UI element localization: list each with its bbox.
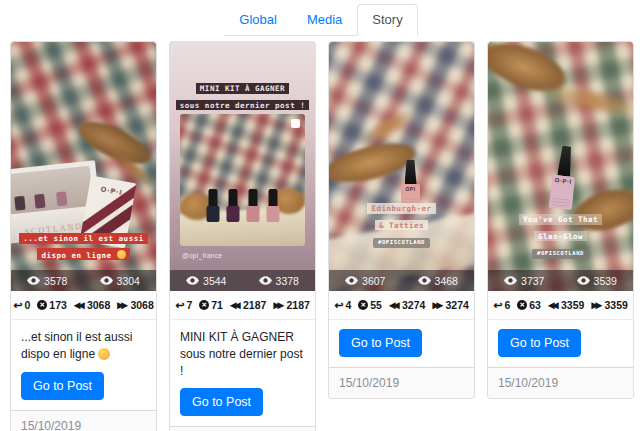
replies-stat: ↩0 (13, 299, 30, 311)
eye-icon (259, 276, 272, 285)
tab-nav: Global Media Story (224, 4, 417, 36)
story-attribution: @opi_france (182, 252, 222, 259)
story-date: 15/10/2019 (329, 367, 474, 398)
replies-stat: ↩7 (175, 299, 192, 311)
double-arrow-right-icon: ▶▶ (432, 301, 440, 310)
x-circle-icon: ✕ (517, 300, 527, 310)
story-date: 15/10/2019 (170, 426, 315, 431)
story-image-1: SCOTLAND O·P·I ...et sinon il est aussi … (11, 42, 156, 291)
story-card-4: O·P·I You've Got That Glas-Glow #OPISCOT… (487, 41, 634, 399)
story-image-2: MINI KIT À GAGNER sous notre dernier pos… (170, 42, 315, 291)
taps-forward-stat: ▶▶3274 (432, 299, 468, 311)
eye-icon (504, 276, 517, 285)
story-media-1: SCOTLAND O·P·I ...et sinon il est aussi … (11, 42, 156, 291)
card-body: ...et sinon il est aussi dispo en ligne … (11, 320, 156, 410)
x-circle-icon: ✕ (199, 300, 209, 310)
mention-sticker-icon (291, 119, 300, 128)
reach-stat: 3378 (259, 275, 299, 287)
story-image-3: OPI Edinburgh-er & Tatties #OPISCOTLAND (329, 42, 474, 291)
go-to-post-button[interactable]: Go to Post (21, 372, 104, 400)
story-stats-row: ↩7 ✕71 ◀◀2187 ▶▶2187 (170, 291, 315, 320)
story-date: 15/10/2019 (11, 410, 156, 431)
card-body: Go to Post (329, 320, 474, 367)
kiss-emoji (117, 250, 126, 259)
exits-stat: ✕63 (517, 299, 541, 311)
story-stats-row: ↩0 ✕173 ◀◀3068 ▶▶3068 (11, 291, 156, 320)
double-arrow-left-icon: ◀◀ (230, 301, 238, 310)
tab-global[interactable]: Global (224, 4, 292, 35)
story-caption: MINI KIT À GAGNER sous notre dernier pos… (180, 329, 305, 379)
story-overlay-text: MINI KIT À GAGNER sous notre dernier pos… (170, 78, 315, 111)
reply-arrow-icon: ↩ (334, 300, 343, 311)
tab-bar: Global Media Story (0, 0, 642, 36)
story-card-2: MINI KIT À GAGNER sous notre dernier pos… (169, 41, 316, 431)
taps-back-stat: ◀◀2187 (230, 299, 266, 311)
reply-arrow-icon: ↩ (493, 300, 502, 311)
eye-icon (418, 276, 431, 285)
nail-polish-bottles-art (206, 189, 279, 222)
tab-story[interactable]: Story (357, 4, 417, 36)
story-overlay-text: Edinburgh-er & Tatties #OPISCOTLAND (329, 198, 474, 248)
views-bar: 3737 3539 (488, 270, 633, 291)
double-arrow-right-icon: ▶▶ (273, 301, 281, 310)
story-cards-row: SCOTLAND O·P·I ...et sinon il est aussi … (0, 36, 642, 431)
double-arrow-left-icon: ◀◀ (74, 301, 82, 310)
go-to-post-button[interactable]: Go to Post (498, 329, 581, 357)
reply-arrow-icon: ↩ (13, 300, 22, 311)
impressions-stat: 3607 (345, 275, 385, 287)
story-card-1: SCOTLAND O·P·I ...et sinon il est aussi … (10, 41, 157, 431)
impressions-stat: 3544 (186, 275, 226, 287)
taps-back-stat: ◀◀3274 (389, 299, 425, 311)
story-stats-row: ↩6 ✕63 ◀◀3359 ▶▶3359 (488, 291, 633, 320)
story-card-3: OPI Edinburgh-er & Tatties #OPISCOTLAND … (328, 41, 475, 399)
reply-arrow-icon: ↩ (175, 300, 184, 311)
eye-icon (27, 276, 40, 285)
story-date: 15/10/2019 (488, 367, 633, 398)
eye-icon (577, 276, 590, 285)
impressions-stat: 3578 (27, 275, 67, 287)
double-arrow-left-icon: ◀◀ (389, 301, 397, 310)
card-body: MINI KIT À GAGNER sous notre dernier pos… (170, 320, 315, 426)
eye-icon (345, 276, 358, 285)
eye-icon (186, 276, 199, 285)
replies-stat: ↩6 (493, 299, 510, 311)
taps-forward-stat: ▶▶3068 (117, 299, 153, 311)
reposted-photo-art (180, 114, 305, 246)
exits-stat: ✕71 (199, 299, 223, 311)
kiss-emoji (98, 348, 110, 360)
tab-media[interactable]: Media (292, 4, 357, 35)
story-image-4: O·P·I You've Got That Glas-Glow #OPISCOT… (488, 42, 633, 291)
taps-back-stat: ◀◀3359 (548, 299, 584, 311)
story-media-4: O·P·I You've Got That Glas-Glow #OPISCOT… (488, 42, 633, 291)
reach-stat: 3468 (418, 275, 458, 287)
card-body: Go to Post (488, 320, 633, 367)
views-bar: 3607 3468 (329, 270, 474, 291)
x-circle-icon: ✕ (358, 300, 368, 310)
impressions-stat: 3737 (504, 275, 544, 287)
views-bar: 3544 3378 (170, 270, 315, 291)
story-caption: ...et sinon il est aussi dispo en ligne (21, 329, 146, 363)
exits-stat: ✕173 (37, 299, 67, 311)
double-arrow-right-icon: ▶▶ (117, 301, 125, 310)
reach-stat: 3539 (577, 275, 617, 287)
double-arrow-right-icon: ▶▶ (591, 301, 599, 310)
go-to-post-button[interactable]: Go to Post (339, 329, 422, 357)
views-bar: 3578 3304 (11, 270, 156, 291)
replies-stat: ↩4 (334, 299, 351, 311)
go-to-post-button[interactable]: Go to Post (180, 388, 263, 416)
story-stats-row: ↩4 ✕55 ◀◀3274 ▶▶3274 (329, 291, 474, 320)
eye-icon (100, 276, 113, 285)
hashtag-sticker: #OPISCOTLAND (373, 238, 430, 248)
story-media-2: MINI KIT À GAGNER sous notre dernier pos… (170, 42, 315, 291)
story-overlay-text: ...et sinon il est aussi dispo en ligne (11, 228, 156, 261)
double-arrow-left-icon: ◀◀ (548, 301, 556, 310)
taps-forward-stat: ▶▶2187 (273, 299, 309, 311)
exits-stat: ✕55 (358, 299, 382, 311)
reach-stat: 3304 (100, 275, 140, 287)
story-media-3: OPI Edinburgh-er & Tatties #OPISCOTLAND … (329, 42, 474, 291)
hashtag-sticker: #OPISCOTLAND (532, 249, 589, 259)
opi-logo-text: O·P·I (88, 183, 135, 198)
taps-forward-stat: ▶▶3359 (591, 299, 627, 311)
taps-back-stat: ◀◀3068 (74, 299, 110, 311)
story-overlay-text: You've Got That Glas-Glow #OPISCOTLAND (488, 209, 633, 259)
